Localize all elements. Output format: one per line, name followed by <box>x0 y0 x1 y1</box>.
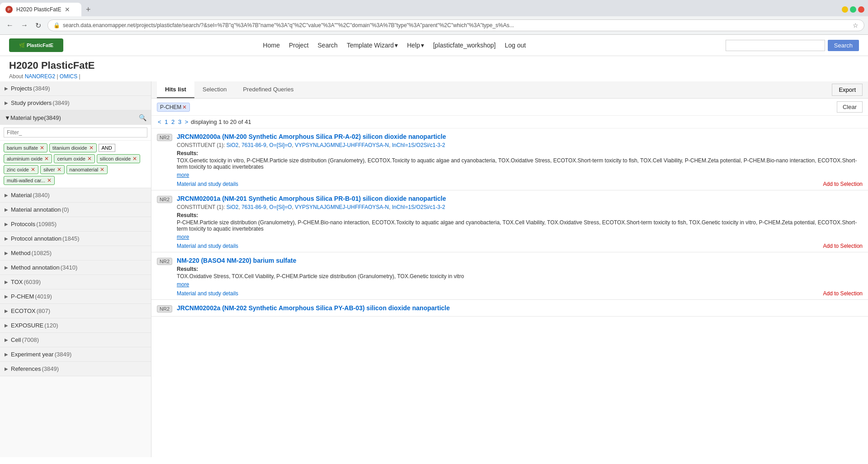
tag-remove-icon[interactable]: ✕ <box>57 166 61 173</box>
results-label: Results: <box>177 266 863 272</box>
tag-remove-icon[interactable]: ✕ <box>47 177 52 184</box>
add-to-selection-link[interactable]: Add to Selection <box>823 290 863 297</box>
active-tab[interactable]: P H2020 PlasticFatE ✕ <box>0 3 81 16</box>
tag-nanomaterial[interactable]: nanomaterial ✕ <box>66 165 108 174</box>
prev-page-link[interactable]: < <box>158 118 161 125</box>
inchi2-link[interactable]: InChI=1S/O2Si/c1-3-2 <box>392 204 445 210</box>
header-search-button[interactable]: Search <box>828 40 859 51</box>
back-button[interactable]: ← <box>4 20 16 31</box>
sidebar-item-study-providers[interactable]: ▶ Study providers (3849) <box>0 96 151 110</box>
sidebar-item-exposure[interactable]: ▶ EXPOSURE (120) <box>0 318 151 333</box>
url-bar[interactable]: 🔒 search.data.enanomapper.net/projects/p… <box>47 19 864 31</box>
pchem-filter-tag[interactable]: P-CHEM ✕ <box>157 103 190 112</box>
header-search-input[interactable] <box>726 40 825 51</box>
minimize-button[interactable] <box>842 6 848 13</box>
tag-barium-sulfate[interactable]: barium sulfate ✕ <box>4 143 47 152</box>
material-type-filter-input[interactable] <box>4 128 147 137</box>
study-details-link[interactable]: Material and study details <box>177 243 238 249</box>
add-to-selection-link[interactable]: Add to Selection <box>823 181 863 187</box>
sidebar-item-projects[interactable]: ▶ Projects (3849) <box>0 81 151 96</box>
nanoreg2-link[interactable]: NANOREG2 <box>25 73 55 80</box>
nav-home[interactable]: Home <box>263 42 280 49</box>
result-title[interactable]: JRCNM02002a (NM-202 Synthetic Amorphous … <box>177 304 863 312</box>
sidebar-item-references[interactable]: ▶ References (3849) <box>0 362 151 376</box>
omics-link[interactable]: OMICS <box>60 73 77 80</box>
tag-remove-icon[interactable]: ✕ <box>100 166 104 173</box>
sio2-link[interactable]: SiO2 <box>226 204 239 210</box>
more-link[interactable]: more <box>177 172 863 178</box>
inchi2-link[interactable]: InChI=1S/O2Si/c1-3-2 <box>392 142 445 148</box>
and-button[interactable]: AND <box>99 144 115 152</box>
close-window-button[interactable] <box>858 6 864 13</box>
sidebar-item-ecotox[interactable]: ▶ ECOTOX (807) <box>0 304 151 318</box>
sidebar-item-tox[interactable]: ▶ TOX (6039) <box>0 275 151 289</box>
nav-project[interactable]: Project <box>289 42 309 49</box>
inchikey-link[interactable]: VYPSYNLAJGMNEJ-UHFFFAOYSA-N <box>295 204 389 210</box>
sidebar-item-method[interactable]: ▶ Method (10825) <box>0 246 151 260</box>
add-to-selection-link[interactable]: Add to Selection <box>823 243 863 249</box>
page-3-link[interactable]: 3 <box>178 118 181 125</box>
more-link[interactable]: more <box>177 234 863 240</box>
study-details-link[interactable]: Material and study details <box>177 290 238 297</box>
more-link[interactable]: more <box>177 281 863 288</box>
sidebar-item-material[interactable]: ▶ Material (3840) <box>0 188 151 203</box>
nav-help[interactable]: Help ▾ <box>407 42 424 49</box>
tab-predefined-queries[interactable]: Predefined Queries <box>235 81 302 98</box>
tag-remove-icon[interactable]: ✕ <box>31 166 35 173</box>
bookmark-icon[interactable]: ☆ <box>853 22 859 29</box>
result-title[interactable]: NM-220 (BASO4 NM-220) barium sulfate <box>177 257 863 264</box>
inchi-link[interactable]: O=[Si]=O <box>269 204 292 210</box>
nav-workshop[interactable]: [plasticfate_workshop] <box>433 42 496 49</box>
tag-titanium-dioxide[interactable]: titanium dioxide ✕ <box>49 143 96 152</box>
nav-search[interactable]: Search <box>318 42 338 49</box>
clear-button[interactable]: Clear <box>837 101 863 113</box>
nav-logout[interactable]: Log out <box>505 42 526 49</box>
pchem-tag-remove-icon[interactable]: ✕ <box>182 104 187 110</box>
constituent: CONSTITUENT (1): SiO2, 7631-86-9, O=[Si]… <box>177 142 863 148</box>
sidebar-item-experiment-year[interactable]: ▶ Experiment year (3849) <box>0 347 151 362</box>
sidebar-item-cell[interactable]: ▶ Cell (7008) <box>0 333 151 347</box>
sidebar-item-protocols[interactable]: ▶ Protocols (10985) <box>0 217 151 232</box>
tag-multiwalled[interactable]: multi-walled car... ✕ <box>4 176 55 185</box>
tag-silver[interactable]: silver ✕ <box>40 165 65 174</box>
tag-remove-icon[interactable]: ✕ <box>87 156 92 162</box>
cas-link[interactable]: 7631-86-9 <box>241 142 266 148</box>
sio2-link[interactable]: SiO2 <box>226 142 239 148</box>
tab-close-icon[interactable]: ✕ <box>65 6 70 13</box>
sidebar-count: (3849) <box>44 114 61 121</box>
material-type-header[interactable]: ▼ Material type (3849) 🔍 <box>0 110 151 125</box>
tag-remove-icon[interactable]: ✕ <box>89 145 94 151</box>
tag-silicon-dioxide[interactable]: silicon dioxide ✕ <box>97 154 140 163</box>
new-tab-button[interactable]: + <box>83 5 94 14</box>
nav-template-wizard[interactable]: Template Wizard ▾ <box>347 42 398 49</box>
logo: 🌿 PlasticFatE <box>9 38 63 52</box>
export-button[interactable]: Export <box>832 84 863 96</box>
page-1-link[interactable]: 1 <box>165 118 168 125</box>
result-title[interactable]: JRCNM02001a (NM-201 Synthetic Amorphous … <box>177 195 863 202</box>
tag-remove-icon[interactable]: ✕ <box>132 156 137 162</box>
page-2-link[interactable]: 2 <box>171 118 175 125</box>
search-icon[interactable]: 🔍 <box>139 114 146 121</box>
next-page-link[interactable]: > <box>185 118 189 125</box>
cas-link[interactable]: 7631-86-9 <box>241 204 266 210</box>
sidebar-item-material-annotation[interactable]: ▶ Material annotation (0) <box>0 203 151 217</box>
inchi-link[interactable]: O=[Si]=O <box>269 142 292 148</box>
sidebar-item-protocol-annotation[interactable]: ▶ Protocol annotation (1845) <box>0 232 151 246</box>
forward-button[interactable]: → <box>18 20 31 31</box>
tag-cerium-oxide[interactable]: cerium oxide ✕ <box>54 154 94 163</box>
tab-hits-list[interactable]: Hits list <box>157 81 194 98</box>
tab-selection[interactable]: Selection <box>194 81 235 98</box>
maximize-button[interactable] <box>850 6 856 13</box>
tag-remove-icon[interactable]: ✕ <box>40 145 44 151</box>
tag-aluminium-oxide[interactable]: aluminium oxide ✕ <box>4 154 52 163</box>
study-details-link[interactable]: Material and study details <box>177 181 238 187</box>
inchikey-link[interactable]: VYPSYNLAJGMNEJ-UHFFFAOYSA-N <box>295 142 389 148</box>
refresh-button[interactable]: ↻ <box>33 20 44 31</box>
sidebar-item-pchem[interactable]: ▶ P-CHEM (4019) <box>0 289 151 304</box>
tag-remove-icon[interactable]: ✕ <box>44 156 49 162</box>
sidebar-item-method-annotation[interactable]: ▶ Method annotation (3410) <box>0 260 151 275</box>
arrow-icon: ▶ <box>5 207 8 212</box>
tag-zinc-oxide[interactable]: zinc oxide ✕ <box>4 165 38 174</box>
result-title[interactable]: JRCNM02000a (NM-200 Synthetic Amorphous … <box>177 133 863 140</box>
sidebar-label: Study providers <box>11 99 52 106</box>
